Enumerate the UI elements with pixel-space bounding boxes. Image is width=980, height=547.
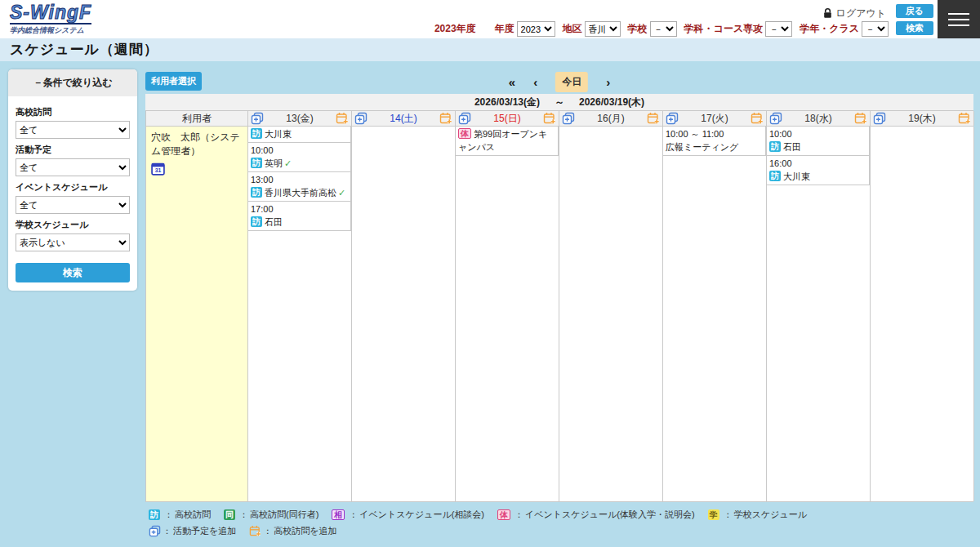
logout-button[interactable]: ログアウト <box>822 7 886 20</box>
visit-add-icon[interactable] <box>958 112 971 125</box>
check-icon: ✓ <box>338 188 345 198</box>
menu-icon[interactable] <box>938 0 980 38</box>
sidebar-label-katsudou: 活動予定 <box>16 144 130 156</box>
event-time: 10:00 <box>251 144 348 157</box>
event[interactable]: 10:00 ～ 11:00 広報ミーティング <box>663 127 766 156</box>
event[interactable]: 17:00 訪石田 <box>248 201 351 231</box>
legend-item-school: 学：学校スケジュール <box>708 509 807 521</box>
activity-add-icon[interactable] <box>769 112 782 125</box>
activity-add-icon[interactable] <box>873 112 886 125</box>
visit-badge: 訪 <box>251 216 262 227</box>
logo-subtitle: 学内総合情報システム <box>10 23 91 36</box>
legend-item-add-visit: ：高校訪問を追加 <box>249 525 336 537</box>
event[interactable]: 10:00 訪英明✓ <box>248 142 351 172</box>
prev-week-button[interactable]: « <box>509 73 515 91</box>
day-cell-fri[interactable]: 訪大川東 10:00 訪英明✓ 13:00 訪香川県大手前高松✓ 17:00 訪… <box>248 127 352 501</box>
activity-add-icon[interactable] <box>458 112 471 125</box>
check-icon: ✓ <box>284 158 292 168</box>
legend-sep: ： <box>164 509 173 521</box>
day-cell-thu[interactable] <box>871 127 974 501</box>
day-header-tue: 17(火) <box>663 111 767 126</box>
visit-add-icon[interactable] <box>751 112 764 125</box>
filter-label-gakko: 学校 <box>628 22 648 36</box>
user-calendar-icon[interactable] <box>151 162 165 180</box>
day-cell-wed[interactable]: 10:00 訪石田 16:00 訪大川東 <box>767 127 871 501</box>
district-select[interactable]: 香川 <box>585 21 621 37</box>
user-cell: 穴吹 太郎（システム管理者） <box>146 127 248 501</box>
legend-label: イベントスケジュール(体験入学・説明会) <box>525 509 695 521</box>
legend: 訪：高校訪問 同：高校訪問(同行者) 相：イベントスケジュール(相談会) 体：イ… <box>145 509 973 537</box>
event[interactable]: 体第99回オープンキャンパス <box>456 127 559 156</box>
visit-add-icon[interactable] <box>543 112 556 125</box>
legend-sep: ： <box>239 509 248 521</box>
prev-day-button[interactable]: ‹ <box>533 73 537 91</box>
weekly-calendar: 利用者選択 « ‹ 今日 › 2026/03/13(金)～2026/03/19(… <box>145 72 973 541</box>
course-select[interactable]: － <box>765 21 792 37</box>
school-select[interactable]: － <box>650 21 677 37</box>
legend-label: 高校訪問を追加 <box>274 525 336 537</box>
event-title: 英明 <box>265 158 283 168</box>
event-time: 16:00 <box>769 157 866 170</box>
grade-class-select[interactable]: － <box>862 21 889 37</box>
visit-add-icon[interactable] <box>439 112 452 125</box>
page-title: スケジュール（週間） <box>0 38 980 61</box>
activity-add-icon[interactable] <box>666 112 679 125</box>
event-time: 13:00 <box>251 173 348 186</box>
visit-badge: 訪 <box>251 187 262 198</box>
visit-badge: 訪 <box>251 128 262 139</box>
filter-label-chiku: 地区 <box>563 22 582 36</box>
today-button[interactable]: 今日 <box>555 72 588 92</box>
activity-add-icon[interactable] <box>354 112 368 125</box>
legend-item-visit: 訪：高校訪問 <box>149 509 211 521</box>
legend-label: 高校訪問 <box>175 509 211 521</box>
back-button[interactable]: 戻る <box>896 4 933 18</box>
visit-badge: 訪 <box>251 158 262 168</box>
day-label-thu: 19(木) <box>886 112 958 126</box>
legend-item-companion: 同：高校訪問(同行者) <box>224 509 318 521</box>
legend-label: 学校スケジュール <box>734 509 807 521</box>
day-label-tue: 17(火) <box>679 112 751 126</box>
day-header-mon: 16(月) <box>559 111 663 126</box>
visit-badge: 訪 <box>149 509 160 520</box>
next-day-button[interactable]: › <box>606 73 610 91</box>
event-title: 第99回オープンキャンパス <box>458 129 547 152</box>
day-cell-sun[interactable]: 体第99回オープンキャンパス <box>456 127 559 501</box>
visit-add-icon <box>249 525 261 537</box>
visit-add-icon[interactable] <box>647 112 660 125</box>
activity-add-icon[interactable] <box>562 112 575 125</box>
activity-filter-select[interactable]: 全て <box>16 158 130 176</box>
day-cell-sat[interactable] <box>352 127 456 501</box>
day-cell-mon[interactable] <box>559 127 663 501</box>
event-title: 大川東 <box>265 129 292 139</box>
visit-add-icon[interactable] <box>854 112 867 125</box>
legend-label: イベントスケジュール(相談会) <box>359 509 484 521</box>
activity-add-icon[interactable] <box>251 112 264 125</box>
day-cell-tue[interactable]: 10:00 ～ 11:00 広報ミーティング <box>663 127 767 501</box>
day-header-thu: 19(木) <box>871 111 974 126</box>
visit-filter-select[interactable]: 全て <box>16 121 130 139</box>
range-start: 2026/03/13(金) <box>474 96 540 108</box>
school-schedule-filter-select[interactable]: 表示しない <box>16 233 130 251</box>
event[interactable]: 13:00 訪香川県大手前高松✓ <box>248 171 351 202</box>
user-column-header: 利用者 <box>146 111 248 126</box>
visit-add-icon[interactable] <box>336 112 349 125</box>
legend-sep: ： <box>514 509 523 521</box>
event[interactable]: 訪大川東 <box>248 127 351 143</box>
event[interactable]: 16:00 訪大川東 <box>767 155 870 185</box>
day-header-wed: 18(水) <box>767 111 871 126</box>
calendar-toolbar: 利用者選択 « ‹ 今日 › <box>145 72 973 94</box>
header-search-button[interactable]: 検索 <box>896 21 933 35</box>
sidebar-label-event: イベントスケジュール <box>16 181 130 193</box>
logout-label: ログアウト <box>836 7 886 20</box>
companion-badge: 同 <box>224 509 235 520</box>
user-select-button[interactable]: 利用者選択 <box>145 72 202 91</box>
calendar-body-row: 穴吹 太郎（システム管理者） 訪大川東 10:00 訪英明✓ 13:00 訪香川… <box>145 127 973 502</box>
logo-title: S-WingF <box>10 2 91 22</box>
year-select[interactable]: 2023 <box>517 21 555 37</box>
legend-sep: ： <box>724 509 733 521</box>
sidebar-label-school-schedule: 学校スケジュール <box>16 219 130 231</box>
sidebar-search-button[interactable]: 検索 <box>16 263 130 282</box>
event-filter-select[interactable]: 全て <box>16 196 130 214</box>
legend-sep: ： <box>349 509 358 521</box>
event[interactable]: 10:00 訪石田 <box>767 127 870 156</box>
